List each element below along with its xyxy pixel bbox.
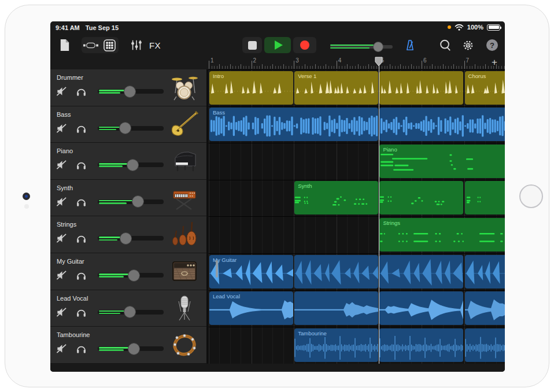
track-volume-slider[interactable] [97,232,165,245]
region-waveform [379,71,463,105]
region-piano[interactable]: Piano [379,145,505,178]
track-volume-knob[interactable] [132,195,144,208]
instrument-icon[interactable] [169,330,200,360]
ruler-bar-number: 3 [296,57,299,64]
mute-icon[interactable] [56,233,67,243]
instrument-icon[interactable] [169,183,200,213]
headphones-icon[interactable] [76,270,87,280]
playhead-handle[interactable] [375,57,383,66]
region-tambourine[interactable]: Tambourine [294,328,378,362]
fx-button[interactable]: FX [145,37,165,53]
headphones-icon[interactable] [76,86,87,97]
track-name: Drummer [57,74,83,81]
region-verse-1[interactable]: Verse 1 [294,71,378,105]
mute-icon[interactable] [56,270,67,280]
region[interactable] [379,328,463,362]
add-bars-button[interactable]: + [489,57,500,68]
region-my-guitar[interactable]: My Guitar [209,255,293,289]
help-button[interactable]: ? [484,37,500,53]
region-intro[interactable]: Intro [209,71,293,105]
instrument-icon[interactable] [169,256,200,286]
headphones-icon[interactable] [76,233,87,243]
track-resize-handle[interactable] [216,260,218,278]
track-volume-slider[interactable] [97,85,165,98]
instrument-icon[interactable] [169,146,200,176]
my-songs-button[interactable] [57,37,72,53]
metronome-button[interactable] [402,37,418,53]
tracks-view-button[interactable] [82,37,100,53]
track-volume-slider[interactable] [97,158,165,171]
headphones-icon[interactable] [76,343,87,354]
region-bass[interactable]: Bass [209,108,378,141]
record-button[interactable] [293,37,316,53]
track-header-synth[interactable]: Synth [50,180,206,217]
live-loops-grid-button[interactable] [100,37,119,53]
instrument-icon[interactable] [169,293,200,323]
region[interactable] [465,255,505,289]
track-header-lead-vocal[interactable]: Lead Vocal [50,290,206,327]
bass-guitar-icon [169,109,200,139]
region[interactable] [465,291,505,325]
track-volume-knob[interactable] [124,306,136,318]
track-volume-knob[interactable] [120,232,132,245]
tambourine-icon [169,330,200,360]
region-waveform [379,145,505,178]
mute-icon[interactable] [56,160,67,170]
track-header-tambourine[interactable]: Tambourine [50,327,206,364]
battery-percent: 100% [467,24,483,31]
region[interactable] [379,71,463,105]
mute-icon[interactable] [56,197,67,207]
mute-icon[interactable] [56,343,67,354]
region[interactable] [379,108,505,141]
track-volume-knob[interactable] [119,122,131,134]
ruler-bar-number: 4 [338,57,342,64]
mute-icon[interactable] [56,307,67,317]
mute-icon[interactable] [56,86,67,97]
region-lead-vocal[interactable]: Lead Vocal [209,291,293,325]
region-synth[interactable]: Synth [294,181,378,215]
track-header-drummer[interactable]: Drummer [50,69,206,106]
stop-button[interactable] [242,37,262,53]
region[interactable] [379,255,463,289]
region-strings[interactable]: Strings [379,218,505,252]
track-volume-slider[interactable] [97,269,165,282]
master-volume-knob[interactable] [373,42,383,52]
loop-browser-button[interactable] [437,37,453,53]
track-header-bass[interactable]: Bass [50,106,206,143]
region[interactable] [465,181,505,215]
region[interactable] [379,291,463,325]
track-volume-knob[interactable] [128,343,140,355]
track-controls-button[interactable] [129,37,144,53]
instrument-icon[interactable] [169,219,200,249]
track-header-my-guitar[interactable]: My Guitar [50,253,206,290]
toolbar: FX [50,36,505,57]
region-chorus[interactable]: Chorus [465,71,505,105]
headphones-icon[interactable] [76,197,87,207]
headphones-icon[interactable] [76,307,87,317]
track-volume-slider[interactable] [97,122,165,135]
track-volume-slider[interactable] [97,306,165,319]
track-header-strings[interactable]: Strings [50,216,206,253]
track-header-piano[interactable]: Piano [50,143,206,180]
headphones-icon[interactable] [76,123,87,134]
region[interactable] [294,291,378,325]
track-volume-knob[interactable] [127,159,139,171]
region[interactable] [465,328,505,362]
track-volume-knob[interactable] [124,86,136,98]
track-volume-knob[interactable] [128,269,140,282]
timeline[interactable]: IntroVerse 1ChorusBassPianoSynthStringsM… [209,69,505,364]
instrument-icon[interactable] [169,72,200,102]
master-volume-slider[interactable] [330,43,393,51]
instrument-icon[interactable] [169,109,200,139]
timeline-ruler[interactable]: 1234567 + [50,57,505,69]
region[interactable] [294,255,378,289]
region[interactable] [379,181,463,215]
play-button[interactable] [264,37,291,53]
settings-button[interactable] [460,37,476,53]
headphones-icon[interactable] [76,160,87,170]
home-button[interactable] [519,184,543,208]
track-volume-slider[interactable] [97,195,165,208]
track-volume-slider[interactable] [97,342,165,355]
mute-icon[interactable] [56,123,67,134]
playhead-line[interactable] [379,65,380,364]
